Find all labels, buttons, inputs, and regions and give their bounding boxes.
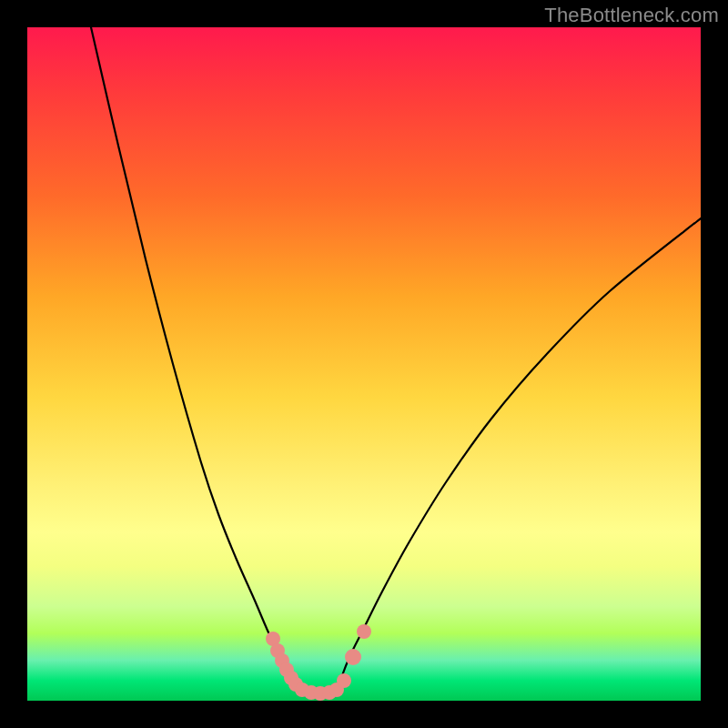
watermark-text: TheBottleneck.com: [544, 4, 719, 27]
chart-frame: [27, 27, 701, 701]
chart-background-gradient: [27, 27, 701, 701]
